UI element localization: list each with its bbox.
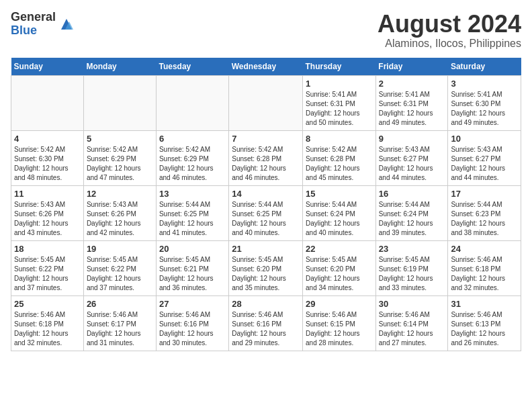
calendar-cell: 16Sunrise: 5:44 AM Sunset: 6:24 PM Dayli… [375, 185, 448, 240]
day-header-thursday: Thursday [303, 58, 376, 76]
calendar-cell: 10Sunrise: 5:43 AM Sunset: 6:27 PM Dayli… [448, 130, 521, 185]
calendar-cell: 18Sunrise: 5:45 AM Sunset: 6:22 PM Dayli… [11, 240, 84, 295]
calendar-cell: 26Sunrise: 5:46 AM Sunset: 6:17 PM Dayli… [83, 295, 156, 351]
calendar-cell: 27Sunrise: 5:46 AM Sunset: 6:16 PM Dayli… [156, 295, 228, 351]
day-info: Sunrise: 5:45 AM Sunset: 6:21 PM Dayligh… [159, 255, 226, 293]
week-row-4: 18Sunrise: 5:45 AM Sunset: 6:22 PM Dayli… [11, 240, 521, 295]
header-row: SundayMondayTuesdayWednesdayThursdayFrid… [11, 58, 521, 76]
calendar-cell: 12Sunrise: 5:43 AM Sunset: 6:26 PM Dayli… [83, 185, 156, 240]
day-header-monday: Monday [83, 58, 156, 76]
day-number: 26 [87, 299, 153, 309]
day-info: Sunrise: 5:46 AM Sunset: 6:14 PM Dayligh… [379, 310, 445, 348]
day-number: 21 [232, 244, 300, 254]
day-number: 31 [451, 299, 518, 309]
calendar-cell: 6Sunrise: 5:42 AM Sunset: 6:29 PM Daylig… [156, 130, 228, 185]
calendar-cell: 29Sunrise: 5:46 AM Sunset: 6:15 PM Dayli… [303, 295, 376, 351]
day-number: 27 [159, 299, 226, 309]
calendar-cell: 22Sunrise: 5:45 AM Sunset: 6:20 PM Dayli… [303, 240, 376, 295]
day-info: Sunrise: 5:46 AM Sunset: 6:16 PM Dayligh… [159, 310, 226, 348]
calendar-cell [156, 75, 228, 130]
day-number: 7 [232, 134, 300, 144]
day-header-saturday: Saturday [448, 58, 521, 76]
calendar-cell [229, 75, 303, 130]
day-header-friday: Friday [375, 58, 448, 76]
calendar-cell: 21Sunrise: 5:45 AM Sunset: 6:20 PM Dayli… [229, 240, 303, 295]
calendar-cell [83, 75, 156, 130]
day-info: Sunrise: 5:45 AM Sunset: 6:20 PM Dayligh… [306, 255, 373, 293]
calendar-cell: 23Sunrise: 5:45 AM Sunset: 6:19 PM Dayli… [375, 240, 448, 295]
calendar-cell: 15Sunrise: 5:44 AM Sunset: 6:24 PM Dayli… [303, 185, 376, 240]
day-info: Sunrise: 5:46 AM Sunset: 6:13 PM Dayligh… [451, 310, 518, 348]
calendar-cell: 31Sunrise: 5:46 AM Sunset: 6:13 PM Dayli… [448, 295, 521, 351]
logo-blue: Blue [11, 24, 56, 38]
day-info: Sunrise: 5:46 AM Sunset: 6:15 PM Dayligh… [306, 310, 373, 348]
day-info: Sunrise: 5:43 AM Sunset: 6:27 PM Dayligh… [451, 145, 518, 183]
calendar-cell: 28Sunrise: 5:46 AM Sunset: 6:16 PM Dayli… [229, 295, 303, 351]
day-header-wednesday: Wednesday [229, 58, 303, 76]
calendar-cell: 20Sunrise: 5:45 AM Sunset: 6:21 PM Dayli… [156, 240, 228, 295]
day-number: 28 [232, 299, 300, 309]
day-info: Sunrise: 5:43 AM Sunset: 6:26 PM Dayligh… [87, 200, 153, 238]
day-number: 3 [451, 79, 518, 89]
calendar-cell: 25Sunrise: 5:46 AM Sunset: 6:18 PM Dayli… [11, 295, 84, 351]
day-info: Sunrise: 5:46 AM Sunset: 6:17 PM Dayligh… [87, 310, 153, 348]
week-row-2: 4Sunrise: 5:42 AM Sunset: 6:30 PM Daylig… [11, 130, 521, 185]
calendar-cell: 3Sunrise: 5:41 AM Sunset: 6:30 PM Daylig… [448, 75, 521, 130]
day-info: Sunrise: 5:46 AM Sunset: 6:18 PM Dayligh… [451, 255, 518, 293]
logo: General Blue [11, 11, 75, 38]
calendar-cell: 7Sunrise: 5:42 AM Sunset: 6:28 PM Daylig… [229, 130, 303, 185]
calendar-cell: 11Sunrise: 5:43 AM Sunset: 6:26 PM Dayli… [11, 185, 84, 240]
day-number: 5 [87, 134, 153, 144]
day-number: 29 [306, 299, 373, 309]
month-title: August 2024 [378, 11, 521, 38]
day-number: 25 [14, 299, 81, 309]
week-row-1: 1Sunrise: 5:41 AM Sunset: 6:31 PM Daylig… [11, 75, 521, 130]
day-number: 12 [87, 189, 153, 199]
day-number: 8 [306, 134, 373, 144]
day-info: Sunrise: 5:45 AM Sunset: 6:20 PM Dayligh… [232, 255, 300, 293]
day-info: Sunrise: 5:42 AM Sunset: 6:29 PM Dayligh… [87, 145, 153, 183]
day-info: Sunrise: 5:45 AM Sunset: 6:22 PM Dayligh… [14, 255, 81, 293]
week-row-5: 25Sunrise: 5:46 AM Sunset: 6:18 PM Dayli… [11, 295, 521, 351]
day-info: Sunrise: 5:45 AM Sunset: 6:19 PM Dayligh… [379, 255, 445, 293]
location: Alaminos, Ilocos, Philippines [378, 38, 521, 50]
page-header: General Blue August 2024 Alaminos, Iloco… [11, 11, 521, 50]
day-info: Sunrise: 5:46 AM Sunset: 6:16 PM Dayligh… [232, 310, 300, 348]
calendar-cell: 2Sunrise: 5:41 AM Sunset: 6:31 PM Daylig… [375, 75, 448, 130]
day-number: 23 [379, 244, 445, 254]
day-info: Sunrise: 5:44 AM Sunset: 6:25 PM Dayligh… [159, 200, 226, 238]
calendar-cell [11, 75, 84, 130]
day-number: 10 [451, 134, 518, 144]
calendar-cell: 8Sunrise: 5:42 AM Sunset: 6:28 PM Daylig… [303, 130, 376, 185]
day-info: Sunrise: 5:41 AM Sunset: 6:30 PM Dayligh… [451, 90, 518, 128]
calendar-table: SundayMondayTuesdayWednesdayThursdayFrid… [11, 58, 521, 351]
day-info: Sunrise: 5:42 AM Sunset: 6:28 PM Dayligh… [306, 145, 373, 183]
day-number: 13 [159, 189, 226, 199]
day-number: 18 [14, 244, 81, 254]
day-number: 24 [451, 244, 518, 254]
day-number: 6 [159, 134, 226, 144]
calendar-cell: 9Sunrise: 5:43 AM Sunset: 6:27 PM Daylig… [375, 130, 448, 185]
title-area: August 2024 Alaminos, Ilocos, Philippine… [378, 11, 521, 50]
day-info: Sunrise: 5:46 AM Sunset: 6:18 PM Dayligh… [14, 310, 81, 348]
day-header-tuesday: Tuesday [156, 58, 228, 76]
day-info: Sunrise: 5:42 AM Sunset: 6:28 PM Dayligh… [232, 145, 300, 183]
day-info: Sunrise: 5:43 AM Sunset: 6:26 PM Dayligh… [14, 200, 81, 238]
day-number: 2 [379, 79, 445, 89]
calendar-cell: 19Sunrise: 5:45 AM Sunset: 6:22 PM Dayli… [83, 240, 156, 295]
day-number: 14 [232, 189, 300, 199]
day-number: 17 [451, 189, 518, 199]
calendar-cell: 14Sunrise: 5:44 AM Sunset: 6:25 PM Dayli… [229, 185, 303, 240]
logo-general: General [11, 11, 56, 24]
day-info: Sunrise: 5:42 AM Sunset: 6:30 PM Dayligh… [14, 145, 81, 183]
day-info: Sunrise: 5:42 AM Sunset: 6:29 PM Dayligh… [159, 145, 226, 183]
week-row-3: 11Sunrise: 5:43 AM Sunset: 6:26 PM Dayli… [11, 185, 521, 240]
day-info: Sunrise: 5:44 AM Sunset: 6:23 PM Dayligh… [451, 200, 518, 238]
calendar-cell: 5Sunrise: 5:42 AM Sunset: 6:29 PM Daylig… [83, 130, 156, 185]
day-header-sunday: Sunday [11, 58, 84, 76]
day-info: Sunrise: 5:43 AM Sunset: 6:27 PM Dayligh… [379, 145, 445, 183]
calendar-cell: 1Sunrise: 5:41 AM Sunset: 6:31 PM Daylig… [303, 75, 376, 130]
day-info: Sunrise: 5:44 AM Sunset: 6:24 PM Dayligh… [379, 200, 445, 238]
day-number: 16 [379, 189, 445, 199]
day-number: 11 [14, 189, 81, 199]
